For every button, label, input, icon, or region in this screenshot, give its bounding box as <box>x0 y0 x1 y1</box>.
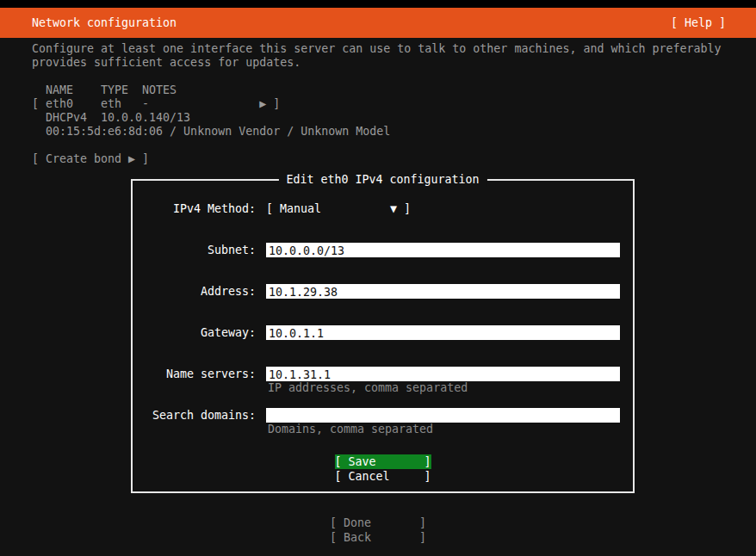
search-domains-help: Domains, comma separated <box>268 423 433 436</box>
subnet-input[interactable] <box>266 243 620 257</box>
gateway-input[interactable] <box>266 325 620 340</box>
edit-ipv4-dialog: Edit eth0 IPv4 configuration IPv4 Method… <box>131 179 635 493</box>
name-servers-label: Name servers: <box>133 368 256 381</box>
interface-row-dhcpv4: DHCPv4 10.0.0.140/13 <box>32 111 190 125</box>
interface-table-header: NAME TYPE NOTES <box>32 83 177 97</box>
gateway-label: Gateway: <box>133 326 256 340</box>
subnet-label: Subnet: <box>133 244 256 257</box>
installer-screen: Network configuration [ Help ] Configure… <box>0 0 756 556</box>
interface-row-hardware: 00:15:5d:e6:8d:06 / Unknown Vendor / Unk… <box>32 125 390 139</box>
cancel-button[interactable]: [ Cancel ] <box>334 469 431 484</box>
save-button[interactable]: [ Save ] <box>334 454 431 469</box>
search-domains-label: Search domains: <box>133 409 256 423</box>
top-strip <box>0 0 756 8</box>
address-label: Address: <box>133 285 256 299</box>
address-input[interactable] <box>266 284 620 299</box>
name-servers-input[interactable] <box>266 367 620 381</box>
search-domains-input[interactable] <box>266 408 620 423</box>
intro-line-1: Configure at least one interface this se… <box>32 42 722 56</box>
interface-row-eth0[interactable]: [ eth0 eth - ▶ ] <box>32 97 280 111</box>
back-button[interactable]: [ Back ] <box>330 530 426 545</box>
help-button[interactable]: [ Help ] <box>671 16 726 30</box>
create-bond-button[interactable]: [ Create bond ▶ ] <box>32 152 149 166</box>
dialog-title: Edit eth0 IPv4 configuration <box>278 173 486 187</box>
done-button[interactable]: [ Done ] <box>330 516 426 530</box>
ipv4-method-label: IPv4 Method: <box>133 202 256 216</box>
header-bar: Network configuration [ Help ] <box>0 8 756 38</box>
name-servers-help: IP addresses, comma separated <box>268 381 468 395</box>
page-title: Network configuration <box>32 16 177 30</box>
ipv4-method-dropdown[interactable]: [ Manual ▼ ] <box>266 202 411 216</box>
intro-line-2: provides sufficient access for updates. <box>32 56 301 70</box>
